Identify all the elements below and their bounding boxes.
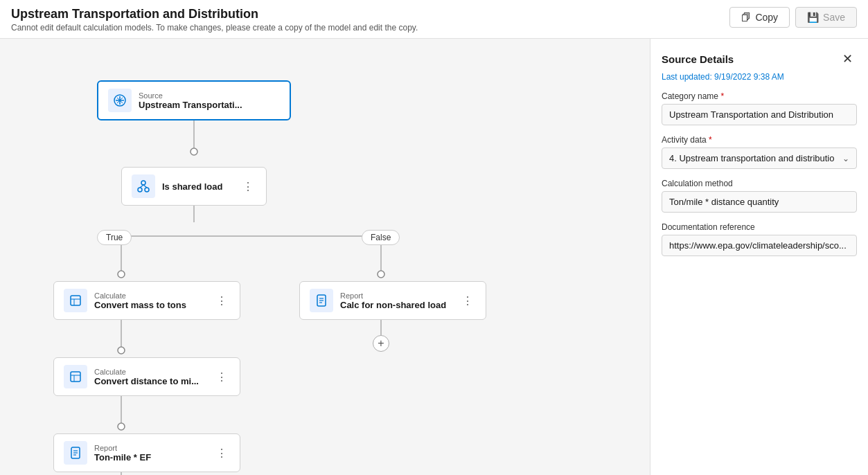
- source-label: Source: [139, 91, 280, 100]
- side-panel: Source Details ✕ Last updated: 9/19/2022…: [650, 39, 868, 475]
- calc2-label: Calculate: [94, 368, 206, 376]
- copy-button[interactable]: 🗍 Copy: [729, 7, 790, 28]
- calc2-menu[interactable]: ⋮: [213, 369, 230, 385]
- report2-menu[interactable]: ⋮: [213, 445, 230, 461]
- report2-content: Report Ton-mile * EF: [94, 444, 206, 463]
- svg-point-11: [378, 271, 384, 278]
- close-button[interactable]: ✕: [838, 50, 857, 68]
- source-icon: [108, 89, 132, 112]
- flow-canvas[interactable]: Source Upstream Transportati... Is: [0, 39, 650, 475]
- svg-line-22: [140, 185, 143, 188]
- svg-point-21: [145, 188, 149, 192]
- report1-title: Calc for non-shared load: [340, 300, 452, 310]
- condition-node[interactable]: Is shared load ⋮: [121, 167, 267, 206]
- flow-container: Source Upstream Transportati... Is: [42, 60, 637, 475]
- panel-title: Source Details: [662, 53, 734, 65]
- main-area: Source Upstream Transportati... Is: [0, 39, 868, 475]
- condition-content: Is shared load: [162, 181, 233, 192]
- calc2-content: Calculate Convert distance to mi...: [94, 368, 206, 386]
- report2-title: Ton-mile * EF: [94, 452, 206, 463]
- svg-point-13: [118, 423, 125, 430]
- calc1-content: Calculate Convert mass to tons: [94, 292, 206, 310]
- category-name-value: Upstream Transportation and Distribution: [662, 104, 857, 125]
- page-header: Upstream Transportation and Distribution…: [0, 0, 868, 39]
- report1-node[interactable]: Report Calc for non-shared load ⋮: [299, 281, 486, 320]
- svg-rect-31: [71, 372, 80, 382]
- condition-title: Is shared load: [162, 181, 233, 192]
- source-title: Upstream Transportati...: [139, 100, 280, 110]
- documentation-reference-value: https://www.epa.gov/climateleadership/sc…: [662, 235, 857, 256]
- svg-point-20: [138, 188, 142, 192]
- copy-icon: 🗍: [741, 12, 751, 23]
- calc1-title: Convert mass to tons: [94, 300, 206, 310]
- header-left: Upstream Transportation and Distribution…: [11, 7, 418, 33]
- svg-line-23: [143, 185, 147, 188]
- calc2-icon: [64, 365, 87, 388]
- documentation-reference-label: Documentation reference: [662, 222, 857, 232]
- flow-svg: [42, 60, 637, 475]
- false-branch-label: False: [362, 230, 400, 245]
- condition-icon: [132, 174, 155, 198]
- svg-point-12: [118, 347, 125, 354]
- report1-menu[interactable]: ⋮: [459, 293, 476, 309]
- calculation-method-value: Ton/mile * distance quantity: [662, 191, 857, 213]
- category-name-required: *: [720, 91, 724, 101]
- source-content: Source Upstream Transportati...: [139, 91, 280, 110]
- panel-header: Source Details ✕: [662, 50, 857, 68]
- activity-data-dropdown[interactable]: 4. Upstream transportation and distribut…: [662, 147, 857, 169]
- report1-content: Report Calc for non-shared load: [340, 292, 452, 310]
- calc1-icon: [64, 289, 87, 312]
- report1-label: Report: [340, 292, 452, 300]
- svg-point-19: [141, 181, 145, 185]
- report2-node[interactable]: Report Ton-mile * EF ⋮: [53, 433, 240, 472]
- calc1-node[interactable]: Calculate Convert mass to tons ⋮: [53, 281, 240, 320]
- category-name-label: Category name *: [662, 91, 857, 101]
- svg-point-9: [191, 148, 197, 155]
- svg-point-10: [118, 271, 125, 278]
- svg-rect-24: [71, 296, 80, 305]
- calc1-menu[interactable]: ⋮: [213, 293, 230, 309]
- report1-icon: [310, 289, 333, 312]
- activity-data-required: *: [709, 135, 712, 145]
- save-icon: 💾: [807, 12, 819, 23]
- page-title: Upstream Transportation and Distribution: [11, 7, 418, 21]
- header-actions: 🗍 Copy 💾 Save: [729, 7, 857, 28]
- page-subtitle: Cannot edit default calculation models. …: [11, 23, 418, 33]
- calc2-title: Convert distance to mi...: [94, 376, 206, 386]
- source-node[interactable]: Source Upstream Transportati...: [97, 80, 291, 120]
- activity-data-label: Activity data *: [662, 135, 857, 145]
- true-branch-label: True: [97, 230, 132, 245]
- last-updated: Last updated: 9/19/2022 9:38 AM: [662, 72, 857, 82]
- plus-btn-right[interactable]: +: [373, 335, 389, 352]
- calc2-node[interactable]: Calculate Convert distance to mi... ⋮: [53, 357, 240, 396]
- chevron-down-icon: ⌄: [842, 154, 849, 163]
- report2-label: Report: [94, 444, 206, 452]
- calc1-label: Calculate: [94, 292, 206, 300]
- report2-icon: [64, 441, 87, 465]
- save-button[interactable]: 💾 Save: [795, 7, 857, 28]
- calculation-method-label: Calculation method: [662, 179, 857, 188]
- condition-menu[interactable]: ⋮: [240, 179, 256, 195]
